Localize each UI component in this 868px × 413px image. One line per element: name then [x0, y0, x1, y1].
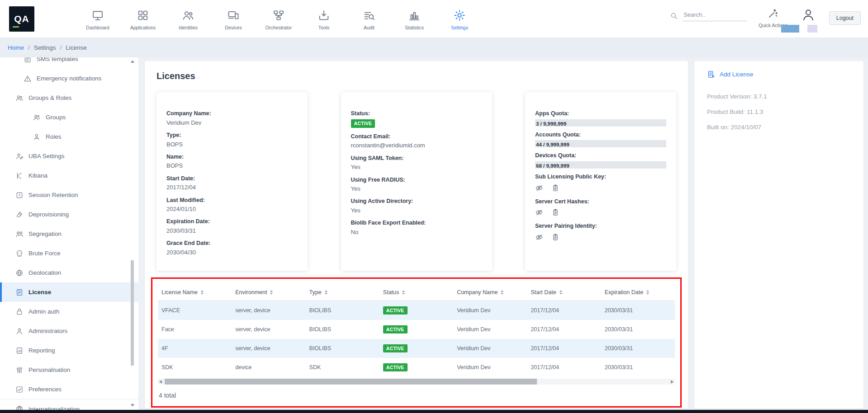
quick-actions-icon	[767, 8, 779, 19]
search-icon[interactable]	[670, 12, 678, 20]
sidebar-item-license[interactable]: License	[0, 282, 138, 302]
column-header-company-name[interactable]: Company Name	[453, 284, 527, 301]
field-value: BOPS	[166, 141, 298, 148]
eye-off-icon[interactable]	[535, 184, 543, 192]
sidebar-item-label: SMS templates	[37, 57, 78, 62]
user-icon[interactable]	[801, 8, 816, 22]
logout-button[interactable]: Logout	[829, 11, 861, 25]
sort-icon	[270, 290, 273, 295]
nav-item-orchestrator[interactable]: Orchestrator	[256, 7, 301, 30]
column-header-expiration-date[interactable]: Expiration Date	[601, 284, 675, 301]
add-license-button[interactable]: Add License	[707, 70, 851, 79]
nav-item-devices[interactable]: Devices	[211, 7, 256, 30]
sidebar-item-personalisation[interactable]: Personalisation	[0, 360, 138, 380]
sidebar-scrollbar[interactable]	[131, 57, 134, 413]
table-row[interactable]: VFACEserver, deviceBIOLIBSACTIVEVeridium…	[158, 301, 675, 320]
table-row[interactable]: Faceserver, deviceBIOLIBSACTIVEVeridium …	[158, 320, 675, 339]
sidebar-item-reporting[interactable]: Reporting	[0, 341, 138, 360]
nav-item-dashboard[interactable]: Dashboard	[75, 7, 120, 30]
sidebar-item-admin-auth[interactable]: Admin auth	[0, 302, 138, 321]
sidebar-item-label: Groups & Roles	[28, 94, 71, 101]
sidebar-item-label: Kibana	[28, 172, 47, 179]
session-retention-icon	[15, 191, 24, 199]
applications-icon	[137, 9, 149, 22]
copy-icon[interactable]	[551, 233, 560, 241]
eye-off-icon[interactable]	[535, 208, 543, 216]
sidebar-scrollbar-thumb[interactable]	[131, 260, 134, 366]
column-header-start-date[interactable]: Start Date	[527, 284, 601, 301]
sidebar-item-sms-templates[interactable]: SMS templates	[0, 57, 138, 69]
deprovisioning-icon	[15, 211, 24, 219]
info-field: Start Date:2017/12/04	[166, 175, 298, 192]
sidebar-item-brute-force[interactable]: Brute Force	[0, 244, 138, 263]
sidebar-item-preferences[interactable]: Preferences	[0, 380, 138, 399]
breadcrumb-item-home[interactable]: Home	[8, 44, 24, 51]
table-header-row: License NameEnvironmentTypeStatusCompany…	[158, 284, 675, 301]
copy-icon[interactable]	[551, 184, 560, 192]
sidebar-item-segregation[interactable]: Segregation	[0, 224, 138, 244]
column-header-type[interactable]: Type	[306, 284, 379, 301]
sidebar-item-label: Geolocation	[28, 269, 61, 276]
nav-item-applications[interactable]: Applications	[120, 7, 166, 30]
language-flag-blue[interactable]	[781, 25, 799, 33]
field-label: Last Modified:	[166, 197, 298, 204]
groups-icon	[33, 113, 41, 122]
search-input[interactable]	[683, 10, 747, 21]
scroll-left-arrow-icon[interactable]	[159, 380, 162, 384]
table-cell: Veridium Dev	[453, 339, 527, 358]
nav-item-audit[interactable]: Audit	[346, 7, 392, 30]
groups-roles-icon	[15, 94, 24, 102]
nav-item-settings[interactable]: Settings	[437, 7, 482, 30]
flags	[781, 25, 817, 33]
table-row[interactable]: 4Fserver, deviceBIOLIBSACTIVEVeridium De…	[158, 339, 675, 358]
column-header-label: License Name	[161, 289, 198, 296]
column-header-environment[interactable]: Environment	[232, 284, 305, 301]
product-info-line: Product Build: 11.1.3	[707, 108, 851, 115]
scroll-up-arrow-icon[interactable]	[131, 60, 134, 63]
sidebar-item-session-retention[interactable]: Session Retention	[0, 185, 138, 205]
horizontal-scrollbar-thumb[interactable]	[165, 379, 537, 385]
nav-item-statistics[interactable]: Statistics	[392, 7, 437, 30]
sidebar-item-deprovisioning[interactable]: Deprovisioning	[0, 205, 138, 224]
scroll-right-arrow-icon[interactable]	[671, 380, 674, 384]
sidebar-item-groups[interactable]: Groups	[0, 108, 138, 127]
sidebar-item-label: Segregation	[28, 230, 62, 237]
sidebar-item-label: Groups	[46, 114, 66, 121]
eye-off-icon[interactable]	[535, 233, 543, 241]
column-header-license-name[interactable]: License Name	[158, 284, 232, 301]
sidebar-item-kibana[interactable]: Kibana	[0, 166, 138, 185]
roles-icon	[33, 133, 41, 141]
info-field: Name:BOPS	[166, 154, 298, 170]
sort-icon	[402, 290, 405, 295]
bottom-window-edge	[0, 410, 868, 413]
top-nav: DashboardApplicationsIdentitiesDevicesOr…	[75, 7, 482, 30]
scroll-down-arrow-icon[interactable]	[131, 404, 134, 407]
quota-card-body: Apps Quota:3 / 9,999,999Accounts Quota:4…	[535, 110, 666, 241]
info-field: Status:ACTIVE	[351, 110, 482, 128]
breadcrumb: Home/Settings/License	[0, 38, 868, 57]
table-cell: BIOLIBS	[306, 301, 379, 320]
sidebar-menu: SMS templatesEmergency notificationsGrou…	[0, 57, 138, 413]
sidebar-item-administrators[interactable]: Administrators	[0, 321, 138, 341]
field-value: No	[351, 229, 482, 236]
column-header-label: Start Date	[531, 289, 556, 296]
sidebar-item-emergency-notifications[interactable]: Emergency notifications	[0, 69, 138, 88]
sidebar-item-geolocation[interactable]: Geolocation	[0, 263, 138, 282]
table-cell: 2030/03/31	[601, 339, 675, 358]
sidebar-item-groups-roles[interactable]: Groups & Roles	[0, 88, 138, 108]
quota-progress-bar: 3 / 9,999,999	[535, 119, 666, 127]
column-header-status[interactable]: Status	[379, 284, 453, 301]
secret-field: Server Cert Hashes:	[535, 198, 666, 217]
sidebar-item-uba-settings[interactable]: UBA Settings	[0, 146, 138, 166]
sidebar-item-roles[interactable]: Roles	[0, 127, 138, 146]
table-cell: server, device	[232, 301, 305, 320]
nav-item-identities[interactable]: Identities	[166, 7, 211, 30]
table-horizontal-scrollbar[interactable]	[158, 379, 675, 385]
copy-icon[interactable]	[551, 208, 560, 216]
language-flag-light[interactable]	[807, 25, 817, 33]
breadcrumb-item-settings[interactable]: Settings	[34, 44, 56, 51]
breadcrumb-separator: /	[28, 44, 30, 51]
field-value: rconstantin@veridiumid.com	[351, 142, 482, 149]
table-row[interactable]: SDKdeviceSDKACTIVEVeridium Dev2017/12/04…	[158, 358, 675, 377]
nav-item-tools[interactable]: Tools	[301, 7, 346, 30]
